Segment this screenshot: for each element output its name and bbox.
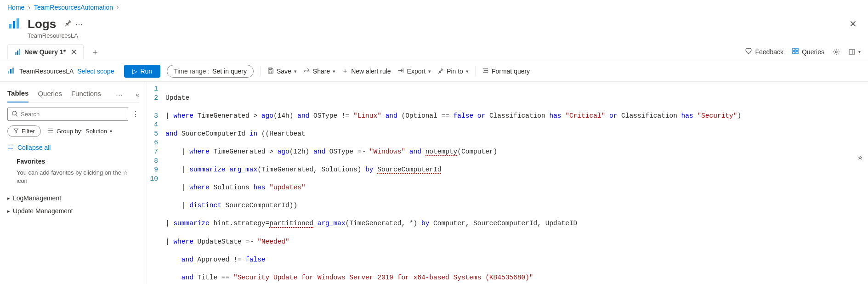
search-more-icon[interactable]: ⋮ (132, 110, 139, 119)
svg-rect-8 (793, 51, 795, 54)
svg-rect-11 (849, 50, 855, 54)
filter-label: Filter (22, 128, 35, 135)
svg-rect-13 (8, 71, 9, 74)
list-icon (47, 127, 54, 135)
pin-to-label: Pin to (447, 68, 463, 75)
chevron-right-icon: › (117, 4, 119, 11)
export-icon (397, 67, 404, 75)
svg-rect-1 (13, 21, 15, 28)
svg-rect-14 (10, 69, 11, 74)
svg-rect-6 (793, 48, 795, 51)
chevron-down-icon: ▾ (294, 68, 297, 74)
new-alert-label: New alert rule (351, 68, 391, 75)
share-label: Share (313, 68, 330, 75)
save-label: Save (277, 68, 291, 75)
close-tab-icon[interactable]: ✕ (71, 48, 77, 56)
plus-icon: ＋ (342, 67, 348, 75)
svg-rect-15 (12, 68, 14, 74)
filter-button[interactable]: Filter (7, 125, 41, 137)
search-input-wrapper[interactable] (7, 108, 128, 121)
page-subtitle: TeamResourcesLA (28, 32, 868, 43)
new-alert-button[interactable]: ＋New alert rule (342, 67, 391, 75)
close-icon[interactable]: ✕ (849, 18, 861, 29)
breadcrumb-resource[interactable]: TeamResourcesAutomation (34, 4, 113, 11)
caret-right-icon: ▸ (7, 208, 10, 214)
collapse-sidebar-icon[interactable]: « (136, 91, 139, 98)
time-range-label: Time range : (174, 68, 210, 75)
svg-point-28 (48, 132, 48, 132)
divider (475, 66, 476, 76)
collapse-editor-icon[interactable] (857, 155, 863, 163)
search-input[interactable] (21, 111, 124, 118)
svg-rect-0 (9, 24, 11, 28)
panel-icon[interactable]: ▾ (848, 48, 861, 56)
format-icon (482, 67, 489, 75)
chevron-down-icon: ▾ (110, 129, 112, 134)
save-button[interactable]: Save▾ (267, 67, 297, 75)
pin-icon[interactable] (64, 19, 72, 28)
query-tab[interactable]: New Query 1* ✕ (7, 44, 84, 59)
collapse-all-link[interactable]: Collapse all (7, 143, 139, 151)
divider (260, 66, 261, 76)
search-icon (11, 110, 18, 118)
format-query-button[interactable]: Format query (482, 67, 530, 75)
group-by-label: Group by: (57, 128, 83, 135)
time-range-picker[interactable]: Time range : Set in query (167, 65, 254, 78)
feedback-label: Feedback (755, 48, 783, 56)
sidebar-more-icon[interactable]: ⋯ (116, 91, 124, 99)
time-range-value: Set in query (212, 68, 247, 75)
svg-rect-2 (17, 18, 19, 28)
favorites-heading: Favorites (17, 158, 139, 165)
sidebar-tab-queries[interactable]: Queries (38, 87, 62, 102)
more-icon[interactable]: ⋯ (75, 20, 83, 28)
queries-icon (792, 47, 799, 56)
chevron-down-icon: ▾ (333, 68, 335, 74)
chevron-down-icon: ▾ (466, 68, 469, 74)
caret-right-icon: ▸ (7, 195, 10, 201)
svg-rect-4 (17, 51, 18, 55)
save-icon (267, 67, 274, 75)
sidebar: Tables Queries Functions ⋯ « ⋮ Filter Gr… (0, 82, 147, 284)
svg-rect-17 (269, 71, 272, 73)
group-by-value: Solution (85, 128, 107, 135)
collapse-all-label: Collapse all (17, 144, 51, 151)
group-by-dropdown[interactable]: Group by: Solution ▾ (47, 127, 112, 135)
share-button[interactable]: Share▾ (303, 67, 335, 75)
svg-rect-16 (269, 68, 272, 70)
add-tab-button[interactable]: ＋ (87, 45, 103, 59)
settings-icon[interactable] (833, 48, 840, 56)
feedback-button[interactable]: Feedback (745, 47, 783, 56)
query-tab-bar: New Query 1* ✕ ＋ Feedback Queries ▾ (0, 43, 868, 61)
sidebar-tab-tables[interactable]: Tables (7, 86, 28, 102)
log-analytics-icon (7, 67, 16, 75)
play-icon: ▷ (132, 68, 137, 75)
favorites-hint: You can add favorites by clicking on the… (17, 169, 139, 185)
chevron-right-icon: › (28, 4, 30, 11)
svg-point-21 (12, 111, 17, 115)
svg-point-26 (48, 129, 48, 129)
run-button[interactable]: ▷ Run (124, 65, 160, 78)
svg-line-22 (16, 115, 18, 117)
tree-item-updatemanagement[interactable]: ▸Update Management (7, 204, 139, 217)
queries-button[interactable]: Queries (792, 47, 824, 56)
sidebar-tab-functions[interactable]: Functions (71, 87, 101, 102)
svg-point-10 (835, 51, 837, 53)
breadcrumb: Home › TeamResourcesAutomation › (0, 0, 868, 15)
svg-rect-9 (796, 51, 798, 54)
svg-rect-3 (15, 52, 17, 55)
svg-rect-5 (19, 49, 20, 55)
line-gutter: 12 345678910 (147, 85, 165, 284)
format-label: Format query (492, 68, 530, 75)
filter-icon (13, 128, 19, 135)
code-lines[interactable]: Update | where TimeGenerated > ago(14h) … (165, 85, 863, 284)
export-label: Export (407, 68, 425, 75)
share-icon (303, 67, 310, 75)
query-editor[interactable]: 12 345678910 Update | where TimeGenerate… (147, 82, 868, 284)
svg-point-27 (48, 131, 48, 131)
tree-item-logmanagement[interactable]: ▸LogManagement (7, 192, 139, 204)
export-button[interactable]: Export▾ (397, 67, 431, 75)
query-toolbar: TeamResourcesLA Select scope ▷ Run Time … (0, 61, 868, 82)
pin-to-button[interactable]: Pin to▾ (437, 68, 469, 75)
breadcrumb-home[interactable]: Home (7, 4, 24, 11)
select-scope-link[interactable]: Select scope (77, 68, 114, 75)
